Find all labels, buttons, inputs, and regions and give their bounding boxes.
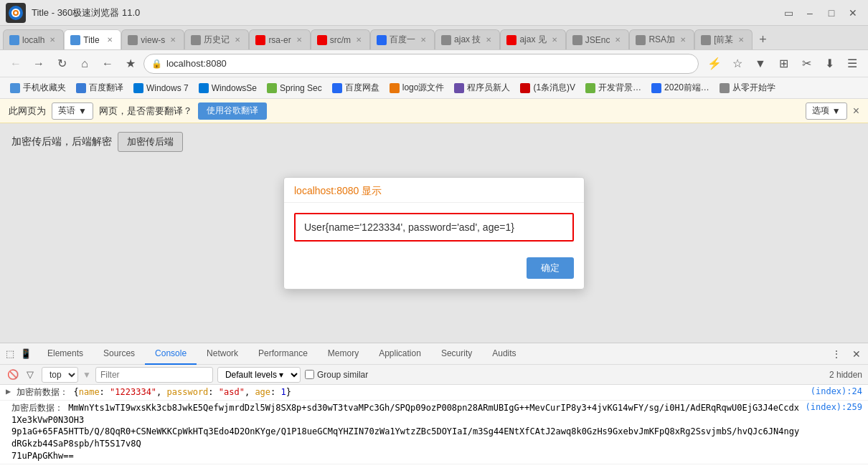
forward-button[interactable]: →: [29, 54, 49, 74]
console-text: 加密前数据： {name: "1223334", password: "asd"…: [16, 386, 805, 398]
bookmark-baidu-fanyi[interactable]: 百度翻译: [72, 80, 128, 97]
tab-ajax1[interactable]: ajax 技 ✕: [435, 29, 500, 49]
bookmark-windowsse[interactable]: WindowsSe: [194, 80, 261, 97]
tab-localh[interactable]: localh ✕: [3, 29, 64, 49]
bookmark-shouji[interactable]: 手机收藏夹: [6, 80, 70, 97]
clear-console-button[interactable]: 🚫: [6, 368, 20, 382]
previous-page-button[interactable]: ←: [98, 54, 118, 74]
lightning-button[interactable]: ⚡: [704, 54, 725, 74]
tab-close-icon[interactable]: ✕: [678, 35, 688, 45]
filter-input[interactable]: [95, 367, 213, 383]
tab-close-icon[interactable]: ✕: [168, 35, 178, 45]
bookmark-1tiao[interactable]: (1条消息)V: [516, 80, 580, 97]
refresh-button[interactable]: ↻: [52, 54, 72, 74]
svg-point-3: [14, 11, 17, 14]
bookmark-logo[interactable]: logo源文件: [385, 80, 449, 97]
tab-close-icon[interactable]: ✕: [613, 35, 623, 45]
tab-qian[interactable]: [前某 ✕: [694, 29, 753, 49]
devtools-tab-console[interactable]: Console: [145, 343, 197, 365]
devtools-tab-sources[interactable]: Sources: [93, 343, 145, 365]
translation-text1: 此网页为: [9, 105, 46, 118]
tab-title[interactable]: Title ✕: [64, 29, 121, 49]
log-level-selector[interactable]: Default levels ▾: [217, 367, 301, 383]
tab-favicon: [377, 35, 387, 45]
minimize-button[interactable]: –: [801, 4, 819, 22]
tab-close-icon[interactable]: ✕: [549, 35, 560, 45]
bookmark-chengxuyuan[interactable]: 程序员新人: [450, 80, 514, 97]
bookmark-star-button[interactable]: ☆: [727, 54, 747, 74]
address-bar[interactable]: 🔒 localhost:8080: [143, 54, 699, 74]
tab-ajax-s[interactable]: ajax 见 ✕: [500, 29, 565, 49]
tab-rsa-en[interactable]: rsa-er ✕: [249, 29, 310, 49]
dialog-ok-button[interactable]: 确定: [527, 257, 574, 279]
tab-label: 百度一: [390, 34, 415, 46]
devtools-tab-memory[interactable]: Memory: [318, 343, 369, 365]
tab-view-s[interactable]: view-s ✕: [121, 29, 184, 49]
tab-close-icon[interactable]: ✕: [294, 35, 304, 45]
translation-close-button[interactable]: ×: [853, 105, 859, 118]
devtools-tab-security[interactable]: Security: [431, 343, 482, 365]
close-button[interactable]: ✕: [844, 4, 862, 22]
console-filter-toggle[interactable]: ▽: [23, 368, 37, 382]
bookmark-conglin[interactable]: 从零开始学: [715, 80, 780, 97]
devtools-inspect-button[interactable]: ⬚: [3, 347, 17, 361]
bookmark-icon: [390, 83, 400, 93]
console-label: 加密后数据：: [11, 403, 63, 413]
windows-button[interactable]: ⊞: [773, 54, 793, 74]
bookmark-2020[interactable]: 2020前端…: [647, 80, 714, 97]
back-button[interactable]: ←: [6, 54, 26, 74]
tab-src-m[interactable]: src/m ✕: [311, 29, 370, 49]
group-similar-text: Group similar: [317, 370, 368, 380]
menu-button[interactable]: ☰: [842, 54, 862, 74]
group-similar-checkbox[interactable]: [305, 370, 314, 379]
context-selector[interactable]: top: [42, 367, 78, 383]
chevron-down-icon: ▼: [78, 106, 87, 116]
console-link[interactable]: (index):24: [811, 386, 862, 396]
devtools-tab-audits[interactable]: Audits: [482, 343, 526, 365]
tab-close-icon[interactable]: ✕: [483, 35, 494, 45]
bookmark-list-button[interactable]: ▼: [750, 54, 770, 74]
title-bar-controls: ▭ – □ ✕: [779, 4, 862, 22]
bookmark-spring[interactable]: Spring Sec: [263, 80, 326, 97]
console-link[interactable]: (index):259: [806, 402, 862, 412]
tab-close-icon[interactable]: ✕: [354, 35, 364, 45]
group-similar-label[interactable]: Group similar: [305, 370, 368, 380]
tab-history[interactable]: 历史记 ✕: [184, 29, 249, 49]
translate-button[interactable]: 使用谷歌翻译: [198, 102, 267, 120]
tab-baidu[interactable]: 百度一 ✕: [370, 29, 435, 49]
devtools-tab-performance[interactable]: Performance: [248, 343, 318, 365]
tab-close-icon[interactable]: ✕: [232, 35, 242, 45]
star-button[interactable]: ★: [121, 54, 141, 74]
tab-close-icon[interactable]: ✕: [47, 35, 57, 45]
cut-button[interactable]: ✂: [796, 54, 816, 74]
language-selector[interactable]: 英语 ▼: [52, 102, 93, 120]
tab-jsenc[interactable]: JSEnc ✕: [566, 29, 630, 49]
tab-rsa-jia[interactable]: RSA加 ✕: [629, 29, 694, 49]
devtools-tab-elements[interactable]: Elements: [37, 343, 93, 365]
maximize-button[interactable]: □: [822, 4, 841, 22]
tab-close-icon[interactable]: ✕: [418, 35, 428, 45]
tab-label: rsa-er: [268, 35, 291, 45]
home-button[interactable]: ⌂: [75, 54, 95, 74]
devtools-tab-label: Console: [155, 348, 187, 358]
bookmark-windows7[interactable]: Windows 7: [129, 80, 193, 97]
tab-favicon: [255, 35, 265, 45]
devtools-tab-network[interactable]: Network: [197, 343, 248, 365]
bookmark-kaifa[interactable]: 开发背景…: [581, 80, 646, 97]
options-button[interactable]: 选项 ▼: [806, 102, 847, 120]
devtools-tab-application[interactable]: Application: [369, 343, 431, 365]
devtools-tab-label: Memory: [328, 348, 359, 358]
devtools-more-button[interactable]: ⋮: [828, 345, 845, 363]
new-tab-button[interactable]: +: [753, 29, 773, 49]
tab-close-icon[interactable]: ✕: [736, 35, 746, 45]
devtools-mobile-button[interactable]: 📱: [19, 347, 33, 361]
restore-down-button[interactable]: ▭: [779, 4, 798, 22]
devtools-tab-label: Sources: [103, 348, 135, 358]
bookmark-baidu-pan[interactable]: 百度网盘: [328, 80, 384, 97]
devtools-close-button[interactable]: ✕: [848, 345, 865, 363]
console-arrow-icon: ▶: [6, 386, 11, 396]
bookmark-label: 手机收藏夹: [23, 82, 66, 94]
download-button[interactable]: ⬇: [819, 54, 839, 74]
bookmark-label: Windows 7: [146, 83, 189, 93]
tab-close-icon[interactable]: ✕: [105, 35, 115, 45]
